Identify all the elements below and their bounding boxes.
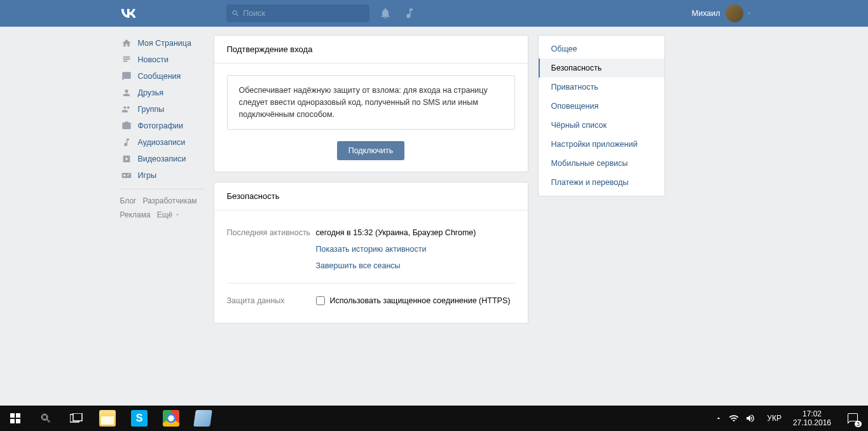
left-nav: Моя Страница Новости Сообщения Друзья Гр… (116, 35, 212, 333)
clock-date: 27.10.2016 (793, 418, 831, 427)
system-tray[interactable] (708, 413, 762, 423)
panel-security: Безопасность Последняя активность сегодн… (214, 182, 528, 324)
user-menu[interactable]: Михаил (692, 4, 752, 22)
bell-icon[interactable] (379, 7, 392, 20)
show-history-link[interactable]: Показать историю активности (316, 245, 515, 254)
notifications-button[interactable]: 3 (837, 406, 868, 431)
divider (227, 283, 515, 284)
friends-icon (120, 88, 133, 98)
tab-notifications[interactable]: Оповещения (539, 97, 665, 116)
https-checkbox-label: Использовать защищенное соединение (HTTP… (330, 296, 511, 305)
connect-button[interactable]: Подключить (337, 141, 405, 160)
nav-games[interactable]: Игры (116, 167, 205, 184)
clock[interactable]: 17:02 27.10.2016 (787, 409, 837, 428)
nav-label: Новости (138, 55, 169, 64)
search-icon (231, 9, 240, 18)
tab-security[interactable]: Безопасность (539, 58, 665, 78)
svg-rect-1 (16, 413, 20, 418)
tab-payments[interactable]: Платежи и переводы (539, 173, 665, 192)
panel-confirmation: Подтверждение входа Обеспечивает надёжну… (214, 35, 528, 172)
nav-separator (120, 189, 205, 189)
audio-icon (120, 137, 133, 147)
https-checkbox[interactable] (316, 296, 325, 305)
svg-rect-0 (10, 413, 15, 418)
windows-taskbar: УКР 17:02 27.10.2016 3 (0, 406, 868, 431)
games-icon (120, 170, 133, 181)
groups-icon (120, 104, 133, 114)
tab-blacklist[interactable]: Чёрный список (539, 116, 665, 135)
last-activity-label: Последняя активность (227, 228, 316, 270)
taskbar-app-chrome[interactable] (155, 406, 187, 431)
home-icon (120, 38, 133, 48)
end-sessions-link[interactable]: Завершить все сеансы (316, 261, 515, 270)
nav-label: Группы (138, 105, 165, 114)
footer-ads[interactable]: Реклама (120, 210, 151, 219)
nav-label: Фотографии (138, 121, 183, 130)
nav-video[interactable]: Видеозаписи (116, 151, 205, 167)
nav-news[interactable]: Новости (116, 51, 205, 68)
volume-icon[interactable] (745, 413, 755, 423)
nav-footer: Блог Разработчикам Реклама Ещё (116, 195, 205, 222)
search-box[interactable] (226, 4, 369, 22)
nav-messages[interactable]: Сообщения (116, 68, 205, 85)
nav-photos[interactable]: Фотографии (116, 118, 205, 134)
panel-title: Безопасность (214, 182, 528, 210)
nav-friends[interactable]: Друзья (116, 85, 205, 101)
taskbar-app-doc[interactable] (187, 406, 219, 431)
footer-devs[interactable]: Разработчикам (142, 196, 196, 205)
footer-blog[interactable]: Блог (120, 196, 137, 205)
svg-rect-2 (10, 419, 15, 423)
data-protection-label: Защита данных (227, 296, 316, 305)
music-icon[interactable] (403, 7, 416, 20)
panel-title: Подтверждение входа (214, 36, 528, 64)
chevron-down-icon (175, 212, 180, 217)
tab-app-settings[interactable]: Настройки приложений (539, 135, 665, 154)
nav-label: Видеозаписи (138, 154, 186, 163)
nav-label: Моя Страница (138, 39, 191, 48)
nav-label: Сообщения (138, 72, 181, 81)
nav-label: Друзья (138, 88, 164, 97)
language-indicator[interactable]: УКР (762, 414, 787, 423)
nav-my-page[interactable]: Моя Страница (116, 35, 205, 51)
settings-tabs: Общее Безопасность Приватность Оповещени… (538, 35, 665, 196)
svg-rect-3 (16, 419, 20, 423)
clock-time: 17:02 (793, 409, 831, 418)
svg-rect-5 (73, 413, 82, 421)
username-label: Михаил (692, 9, 720, 18)
tab-general[interactable]: Общее (539, 39, 665, 58)
nav-groups[interactable]: Группы (116, 101, 205, 118)
avatar (726, 4, 743, 22)
taskbar-app-skype[interactable] (123, 406, 155, 431)
search-button[interactable] (31, 406, 61, 431)
notif-badge: 3 (855, 421, 862, 427)
nav-audio[interactable]: Аудиозаписи (116, 134, 205, 151)
news-icon (120, 55, 133, 65)
chevron-up-icon[interactable] (715, 414, 722, 422)
taskview-button[interactable] (61, 406, 92, 431)
nav-label: Аудиозаписи (138, 138, 186, 147)
vk-logo[interactable] (120, 6, 137, 21)
info-box: Обеспечивает надёжную защиту от взлома: … (227, 75, 515, 130)
taskbar-app-explorer[interactable] (92, 406, 123, 431)
search-input[interactable] (243, 9, 364, 18)
nav-label: Игры (138, 171, 156, 180)
last-activity-value: сегодня в 15:32 (Украина, Браузер Chrome… (316, 228, 476, 237)
footer-more[interactable]: Ещё (157, 210, 180, 219)
tab-mobile[interactable]: Мобильные сервисы (539, 154, 665, 173)
video-icon (120, 154, 133, 164)
wifi-icon[interactable] (729, 413, 739, 423)
chevron-down-icon (746, 10, 752, 17)
top-header: Михаил (0, 0, 868, 27)
camera-icon (120, 121, 133, 131)
tab-privacy[interactable]: Приватность (539, 78, 665, 97)
messages-icon (120, 71, 133, 81)
main-content: Подтверждение входа Обеспечивает надёжну… (214, 35, 528, 333)
start-button[interactable] (0, 406, 31, 431)
